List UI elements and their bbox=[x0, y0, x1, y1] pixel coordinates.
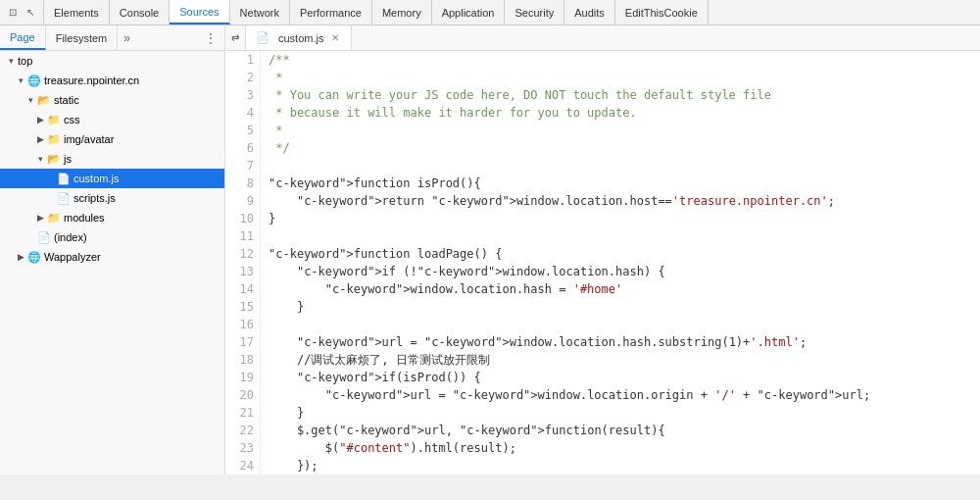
right-panel: ⇄ 📄 custom.js ✕ 123456789101112131415161… bbox=[225, 25, 980, 475]
file-tab-bar: ⇄ 📄 custom.js ✕ bbox=[225, 25, 980, 51]
folder-icon-modules: 📁 bbox=[47, 212, 61, 225]
line-numbers: 1234567891011121314151617181920212223242… bbox=[225, 51, 261, 475]
code-line: */ bbox=[269, 139, 972, 157]
line-number: 11 bbox=[231, 227, 254, 245]
tree-item-wappalyzer[interactable]: ▶ 🌐 Wappalyzer bbox=[0, 247, 224, 267]
code-editor: 1234567891011121314151617181920212223242… bbox=[225, 51, 980, 475]
line-number: 10 bbox=[231, 210, 254, 227]
js-file-icon: 📄 bbox=[256, 31, 270, 44]
code-line: "c-keyword">return "c-keyword">window.lo… bbox=[269, 192, 972, 210]
extension-icon-wappalyzer: 🌐 bbox=[27, 251, 41, 264]
tab-security[interactable]: Security bbox=[505, 0, 564, 25]
code-line: //调试太麻烦了, 日常测试放开限制 bbox=[269, 351, 972, 369]
tab-elements[interactable]: Elements bbox=[44, 0, 110, 25]
folder-icon-img: 📁 bbox=[47, 133, 61, 146]
file-tab-label: custom.js bbox=[278, 32, 323, 44]
file-tab-icon: ⇄ bbox=[225, 25, 246, 50]
code-line: } bbox=[269, 404, 972, 422]
line-number: 8 bbox=[231, 175, 254, 192]
tree-arrow-wappalyzer: ▶ bbox=[14, 252, 27, 262]
line-number: 24 bbox=[231, 457, 254, 475]
folder-open-icon-static: 📂 bbox=[37, 94, 51, 107]
tab-page[interactable]: Page bbox=[0, 25, 46, 50]
tree-item-top[interactable]: ▾ top bbox=[0, 51, 224, 71]
tab-editthiscookie[interactable]: EditThisCookie bbox=[615, 0, 709, 25]
code-line: } bbox=[269, 210, 972, 227]
tree-arrow-top: ▾ bbox=[4, 56, 18, 66]
code-line bbox=[269, 227, 972, 245]
left-panel: Page Filesystem » ⋮ ▾ top ▾ 🌐 treasure.n… bbox=[0, 25, 225, 475]
nav-icons: ⊡ ↖ bbox=[0, 0, 44, 25]
code-line: * bbox=[269, 69, 972, 86]
tree-arrow-img: ▶ bbox=[33, 134, 47, 144]
code-line: $.get("c-keyword">url, "c-keyword">funct… bbox=[269, 422, 972, 439]
tab-performance[interactable]: Performance bbox=[290, 0, 372, 25]
tab-application[interactable]: Application bbox=[432, 0, 506, 25]
code-line: $("#content").html(result); bbox=[269, 439, 972, 457]
code-line: * You can write your JS code here, DO NO… bbox=[269, 86, 972, 104]
file-tree: ▾ top ▾ 🌐 treasure.npointer.cn ▾ 📂 stati… bbox=[0, 51, 224, 475]
line-number: 17 bbox=[231, 333, 254, 351]
page-icon-index: 📄 bbox=[37, 231, 51, 244]
code-content[interactable]: /** * * You can write your JS code here,… bbox=[261, 51, 980, 475]
line-number: 22 bbox=[231, 422, 254, 439]
code-line: "c-keyword">function isProd(){ bbox=[269, 175, 972, 192]
code-line: "c-keyword">url = "c-keyword">window.loc… bbox=[269, 333, 972, 351]
tab-filesystem[interactable]: Filesystem bbox=[46, 25, 119, 50]
line-number: 5 bbox=[231, 122, 254, 139]
code-line: }); bbox=[269, 457, 972, 475]
tree-arrow-modules: ▶ bbox=[33, 213, 47, 223]
line-number: 1 bbox=[231, 51, 254, 69]
sub-nav-dots-button[interactable]: ⋮ bbox=[197, 25, 224, 50]
inspect-icon[interactable]: ↖ bbox=[24, 6, 37, 20]
tree-item-scripts-js[interactable]: 📄 scripts.js bbox=[0, 188, 224, 208]
top-nav-bar: ⊡ ↖ Elements Console Sources Network Per… bbox=[0, 0, 980, 25]
line-number: 13 bbox=[231, 263, 254, 280]
globe-icon: 🌐 bbox=[27, 75, 41, 87]
js-icon-scripts: 📄 bbox=[57, 192, 71, 205]
code-line: "c-keyword">if(isProd()) { bbox=[269, 369, 972, 386]
code-line: "c-keyword">if (!"c-keyword">window.loca… bbox=[269, 263, 972, 280]
code-line: } bbox=[269, 298, 972, 316]
code-line: "c-keyword">url = "c-keyword">window.loc… bbox=[269, 386, 972, 404]
line-number: 21 bbox=[231, 404, 254, 422]
sub-nav-more-button[interactable]: » bbox=[118, 25, 136, 50]
main-container: Page Filesystem » ⋮ ▾ top ▾ 🌐 treasure.n… bbox=[0, 25, 980, 475]
tab-audits[interactable]: Audits bbox=[564, 0, 615, 25]
tab-memory[interactable]: Memory bbox=[372, 0, 432, 25]
code-line: * bbox=[269, 122, 972, 139]
line-number: 23 bbox=[231, 439, 254, 457]
tree-item-index[interactable]: 📄 (index) bbox=[0, 227, 224, 247]
code-line bbox=[269, 316, 972, 333]
js-icon-custom: 📄 bbox=[57, 173, 71, 185]
tree-arrow-js: ▾ bbox=[33, 154, 47, 164]
line-number: 20 bbox=[231, 386, 254, 404]
line-number: 9 bbox=[231, 192, 254, 210]
tree-item-custom-js[interactable]: 📄 custom.js bbox=[0, 169, 224, 188]
tab-network[interactable]: Network bbox=[230, 0, 290, 25]
tree-item-css[interactable]: ▶ 📁 css bbox=[0, 110, 224, 129]
tab-sources[interactable]: Sources bbox=[170, 0, 229, 25]
folder-open-icon-js: 📂 bbox=[47, 153, 61, 166]
tree-item-treasure[interactable]: ▾ 🌐 treasure.npointer.cn bbox=[0, 71, 224, 90]
file-tab-close-button[interactable]: ✕ bbox=[329, 32, 341, 44]
line-number: 14 bbox=[231, 280, 254, 298]
line-number: 15 bbox=[231, 298, 254, 316]
line-number: 16 bbox=[231, 316, 254, 333]
tree-arrow-css: ▶ bbox=[33, 115, 47, 125]
folder-icon-css: 📁 bbox=[47, 114, 61, 126]
line-number: 19 bbox=[231, 369, 254, 386]
tree-item-js[interactable]: ▾ 📂 js bbox=[0, 149, 224, 169]
code-line: "c-keyword">function loadPage() { bbox=[269, 245, 972, 263]
line-number: 2 bbox=[231, 69, 254, 86]
tab-console[interactable]: Console bbox=[110, 0, 170, 25]
dock-icon[interactable]: ⊡ bbox=[6, 6, 20, 20]
tree-item-img-avatar[interactable]: ▶ 📁 img/avatar bbox=[0, 129, 224, 149]
tree-item-static[interactable]: ▾ 📂 static bbox=[0, 90, 224, 110]
file-tab-custom-js[interactable]: 📄 custom.js ✕ bbox=[246, 25, 352, 50]
line-number: 4 bbox=[231, 104, 254, 122]
tree-arrow-static: ▾ bbox=[24, 95, 37, 105]
tree-item-modules[interactable]: ▶ 📁 modules bbox=[0, 208, 224, 227]
line-number: 6 bbox=[231, 139, 254, 157]
line-number: 12 bbox=[231, 245, 254, 263]
